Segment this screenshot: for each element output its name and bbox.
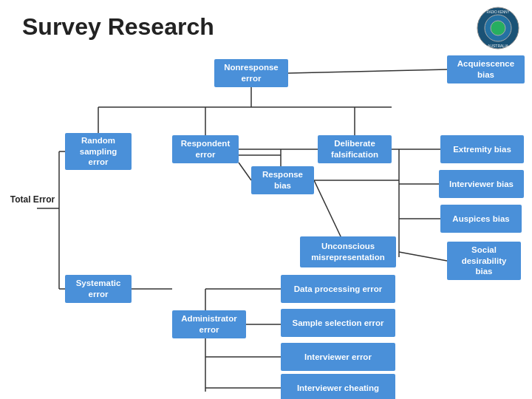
svg-text:AUSTRALIA: AUSTRALIA — [488, 44, 508, 48]
interviewer-error-node: Interviewer error — [281, 343, 395, 371]
auspices-bias-node: Auspices bias — [440, 205, 522, 233]
social-desirability-bias-node: Socialdesirabilitybias — [447, 242, 521, 280]
extremity-bias-node: Extremity bias — [440, 135, 524, 163]
response-bias-node: Responsebias — [251, 166, 314, 194]
svg-text:RADIO KENNY: RADIO KENNY — [486, 10, 509, 14]
diagram-area: Nonresponse error Acquiescence bias Rand… — [0, 52, 532, 399]
total-error-label: Total Error — [6, 194, 59, 205]
svg-line-25 — [399, 252, 447, 261]
data-processing-error-node: Data processing error — [281, 275, 395, 303]
systematic-error-node: Systematicerror — [65, 275, 132, 303]
svg-point-2 — [491, 21, 505, 35]
svg-line-16 — [239, 163, 251, 180]
logo: AUSTRALIA RADIO KENNY — [476, 6, 520, 50]
interviewer-bias-node: Interviewer bias — [439, 170, 524, 198]
deliberate-falsification-node: Deliberatefalsification — [318, 135, 392, 163]
acquiescence-bias-node: Acquiescence bias — [447, 55, 525, 83]
respondent-error-node: Respondenterror — [172, 135, 239, 163]
nonresponse-error-node: Nonresponse error — [214, 59, 288, 87]
sample-selection-error-node: Sample selection error — [281, 309, 395, 337]
interviewer-cheating-node: Interviewer cheating — [281, 374, 395, 399]
svg-line-5 — [288, 69, 447, 73]
page-title: Survey Research — [0, 0, 532, 41]
unconscious-misrep-node: Unconsciousmisrepresentation — [300, 236, 396, 267]
random-sampling-error-node: Randomsamplingerror — [65, 133, 132, 170]
administrator-error-node: Administratorerror — [172, 310, 246, 338]
